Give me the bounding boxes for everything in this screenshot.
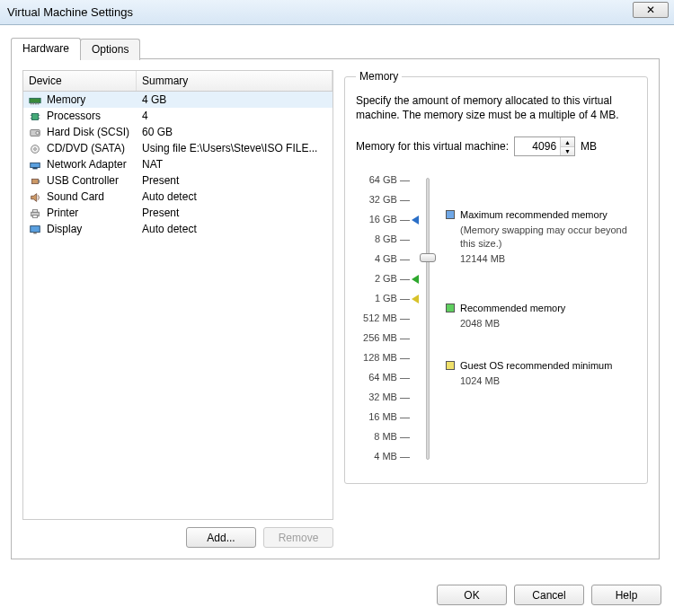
slider-tick-label: 2 GB — xyxy=(356,271,410,291)
marker-rec-icon xyxy=(412,275,419,284)
slider-tick-label: 32 MB — xyxy=(356,390,410,409)
device-name: Display xyxy=(47,223,142,235)
add-button[interactable]: Add... xyxy=(186,527,256,548)
spinner-up-icon[interactable]: ▲ xyxy=(561,137,574,147)
slider-tick-label: 4 MB — xyxy=(356,449,410,469)
device-summary: Present xyxy=(142,174,327,187)
tab-hardware[interactable]: Hardware xyxy=(11,38,81,59)
settings-window: Virtual Machine Settings ✕ Hardware Opti… xyxy=(0,0,674,616)
header-summary[interactable]: Summary xyxy=(137,71,333,91)
device-name: Hard Disk (SCSI) xyxy=(47,126,142,138)
net-icon xyxy=(29,158,43,171)
tabs: Hardware Options xyxy=(11,38,663,59)
device-row[interactable]: USB ControllerPresent xyxy=(23,172,333,189)
slider-tick-label: 32 GB — xyxy=(356,192,410,212)
memory-icon xyxy=(29,93,43,106)
header-device[interactable]: Device xyxy=(23,71,137,91)
device-pane: Device Summary Memory4 GBProcessors4Hard… xyxy=(22,70,333,548)
device-row[interactable]: Processors4 xyxy=(23,108,333,124)
marker-min-icon xyxy=(412,295,419,304)
svg-point-13 xyxy=(34,148,37,151)
slider-tick-label: 128 MB — xyxy=(356,350,410,370)
slider-tick-label: 64 GB — xyxy=(356,172,410,192)
svg-rect-3 xyxy=(35,102,37,104)
legend-min-swatch-icon xyxy=(446,361,455,370)
memory-unit: MB xyxy=(581,140,597,153)
slider-track-col xyxy=(417,172,439,469)
marker-max-icon xyxy=(412,216,419,224)
device-row[interactable]: Hard Disk (SCSI)60 GB xyxy=(23,124,333,140)
slider-tick-label: 64 MB — xyxy=(356,370,410,390)
svg-rect-2 xyxy=(32,102,34,104)
tab-panel-hardware: Device Summary Memory4 GBProcessors4Hard… xyxy=(11,58,660,559)
device-summary: NAT xyxy=(142,158,327,171)
tab-options[interactable]: Options xyxy=(80,39,140,60)
svg-marker-18 xyxy=(31,193,37,201)
legend-rec: Recommended memory 2048 MB xyxy=(446,302,565,330)
help-button[interactable]: Help xyxy=(591,585,661,605)
device-name: USB Controller xyxy=(47,174,142,187)
slider-tick-label: 512 MB — xyxy=(356,311,410,330)
cancel-button[interactable]: Cancel xyxy=(514,585,584,605)
device-row[interactable]: DisplayAuto detect xyxy=(23,221,333,237)
device-summary: 4 GB xyxy=(142,93,327,106)
slider-tick-label: 8 GB — xyxy=(356,232,410,251)
memory-group: Memory Specify the amount of memory allo… xyxy=(344,70,648,484)
svg-rect-21 xyxy=(32,216,37,218)
slider-tick-label: 4 GB — xyxy=(356,251,410,271)
slider-ticks: 64 GB —32 GB —16 GB —8 GB —4 GB —2 GB —1… xyxy=(356,172,410,469)
slider-tick-label: 16 MB — xyxy=(356,409,410,429)
legend-rec-label: Recommended memory xyxy=(460,302,565,315)
detail-pane: Memory Specify the amount of memory allo… xyxy=(344,70,648,548)
svg-rect-4 xyxy=(38,102,40,104)
slider-tick-label: 1 GB — xyxy=(356,291,410,311)
cpu-icon xyxy=(29,110,43,122)
device-name: Network Adapter xyxy=(47,158,142,171)
legend-rec-swatch-icon xyxy=(446,304,455,312)
svg-rect-15 xyxy=(32,167,37,169)
memory-spinner[interactable]: ▲ ▼ xyxy=(514,136,575,156)
legend-max-swatch-icon xyxy=(446,210,455,219)
device-summary: Present xyxy=(142,207,327,219)
svg-point-11 xyxy=(36,131,40,135)
sound-icon xyxy=(29,190,43,203)
legend-max-note: (Memory swapping may occur beyond this s… xyxy=(460,224,636,251)
device-name: Memory xyxy=(47,93,142,106)
legend-rec-value: 2048 MB xyxy=(460,317,565,330)
legend-min: Guest OS recommended minimum 1024 MB xyxy=(446,359,612,388)
svg-rect-0 xyxy=(30,98,40,102)
device-name: CD/DVD (SATA) xyxy=(47,142,142,154)
device-name: Printer xyxy=(47,207,142,219)
memory-slider-thumb[interactable] xyxy=(420,253,436,262)
legend-max: Maximum recommended memory (Memory swapp… xyxy=(446,208,636,265)
printer-icon xyxy=(29,207,43,219)
legend-max-label: Maximum recommended memory xyxy=(460,208,636,222)
legend-max-value: 12144 MB xyxy=(460,252,636,266)
memory-input[interactable] xyxy=(515,137,560,155)
device-row[interactable]: Network AdapterNAT xyxy=(23,156,333,172)
svg-rect-17 xyxy=(39,180,40,183)
slider-tick-label: 16 GB — xyxy=(356,212,410,232)
display-icon xyxy=(29,223,43,235)
ok-button[interactable]: OK xyxy=(437,585,507,605)
device-row[interactable]: Sound CardAuto detect xyxy=(23,189,333,205)
slider-tick-label: 8 MB — xyxy=(356,429,410,449)
memory-slider-track[interactable] xyxy=(426,178,430,460)
device-row[interactable]: CD/DVD (SATA)Using file E:\Users\Steve\I… xyxy=(23,140,333,156)
svg-rect-23 xyxy=(33,232,37,233)
memory-input-label: Memory for this virtual machine: xyxy=(356,140,509,153)
usb-icon xyxy=(29,174,43,187)
remove-button[interactable]: Remove xyxy=(263,527,333,548)
device-summary: 4 xyxy=(142,110,327,122)
device-row[interactable]: PrinterPresent xyxy=(23,205,333,221)
device-summary: Auto detect xyxy=(142,223,327,235)
dialog-buttons: OK Cancel Help xyxy=(437,585,661,605)
svg-rect-1 xyxy=(31,102,32,104)
device-row[interactable]: Memory4 GB xyxy=(23,92,333,108)
device-summary: Auto detect xyxy=(142,190,327,203)
close-button[interactable]: ✕ xyxy=(633,2,669,18)
cd-icon xyxy=(29,142,43,154)
spinner-down-icon[interactable]: ▼ xyxy=(561,147,574,156)
svg-rect-5 xyxy=(32,113,39,119)
hdd-icon xyxy=(29,126,43,138)
